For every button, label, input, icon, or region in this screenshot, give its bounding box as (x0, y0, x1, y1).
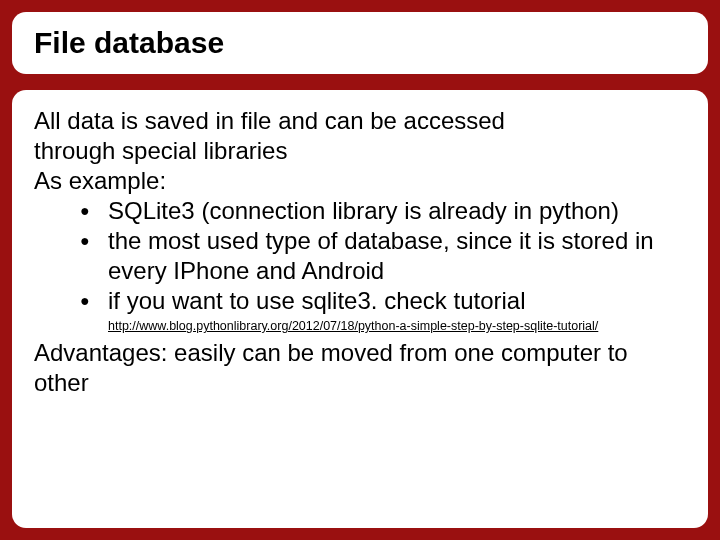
advantages-text: Advantages: easily can be moved from one… (34, 338, 686, 398)
slide: File database All data is saved in file … (12, 12, 708, 528)
tutorial-link[interactable]: http://www.blog.pythonlibrary.org/2012/0… (108, 319, 598, 333)
bullet-list: SQLite3 (connection library is already i… (34, 196, 686, 316)
list-item: SQLite3 (connection library is already i… (80, 196, 686, 226)
title-card: File database (12, 12, 708, 74)
slide-title: File database (34, 26, 686, 60)
intro-line: All data is saved in file and can be acc… (34, 107, 505, 134)
list-item: if you want to use sqlite3. check tutori… (80, 286, 686, 316)
list-item: the most used type of database, since it… (80, 226, 686, 286)
body-card: All data is saved in file and can be acc… (12, 90, 708, 528)
intro-text: All data is saved in file and can be acc… (34, 106, 686, 196)
tutorial-link-line: http://www.blog.pythonlibrary.org/2012/0… (34, 318, 686, 336)
intro-line: through special libraries (34, 137, 287, 164)
intro-line: As example: (34, 167, 166, 194)
